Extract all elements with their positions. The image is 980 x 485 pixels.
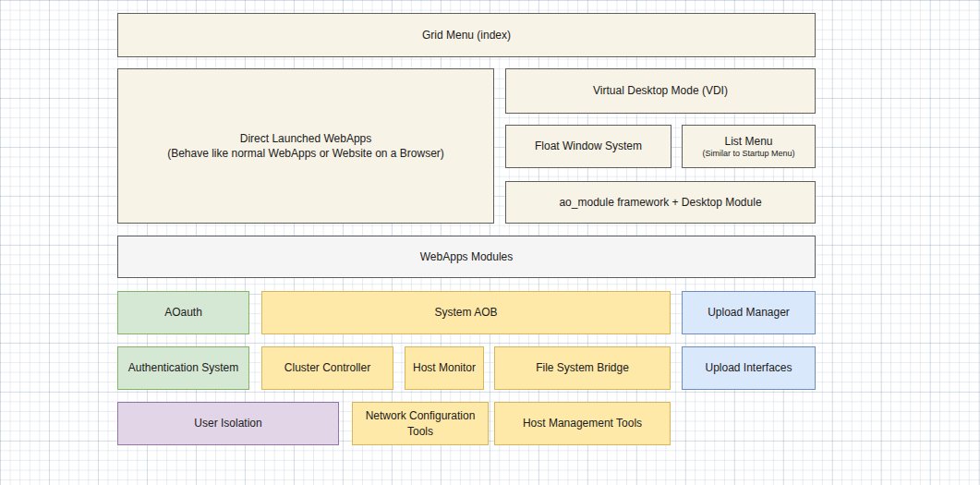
node-network-configuration-tools: Network Configuration Tools bbox=[352, 402, 489, 445]
node-webapps-modules-label: WebApps Modules bbox=[420, 249, 514, 264]
node-ao-module-framework-label: ao_module framework + Desktop Module bbox=[559, 195, 761, 210]
node-upload-manager: Upload Manager bbox=[682, 291, 816, 334]
node-cluster-controller: Cluster Controller bbox=[261, 346, 393, 390]
node-list-menu-subtitle: (Similar to Startup Menu) bbox=[702, 149, 794, 159]
node-upload-interfaces-label: Upload Interfaces bbox=[705, 360, 792, 375]
node-ao-module-framework: ao_module framework + Desktop Module bbox=[505, 181, 816, 224]
node-aoauth-label: AOauth bbox=[164, 305, 202, 320]
node-user-isolation-label: User Isolation bbox=[194, 416, 261, 430]
node-authentication-system: Authentication System bbox=[117, 346, 249, 390]
node-webapps-modules: WebApps Modules bbox=[117, 236, 816, 278]
node-system-aob-label: System AOB bbox=[434, 305, 497, 320]
node-float-window-system-label: Float Window System bbox=[535, 139, 642, 153]
node-host-monitor-label: Host Monitor bbox=[413, 360, 476, 375]
node-direct-launched-webapps: Direct Launched WebApps (Behave like nor… bbox=[117, 68, 494, 224]
node-list-menu: List Menu (Similar to Startup Menu) bbox=[682, 125, 816, 168]
node-host-management-tools-label: Host Management Tools bbox=[523, 416, 642, 430]
node-grid-menu: Grid Menu (index) bbox=[117, 13, 816, 57]
node-file-system-bridge-label: File System Bridge bbox=[536, 360, 629, 375]
node-file-system-bridge: File System Bridge bbox=[494, 346, 671, 390]
node-aoauth: AOauth bbox=[117, 291, 249, 334]
node-float-window-system: Float Window System bbox=[505, 125, 671, 168]
node-direct-launched-webapps-line2: (Behave like normal WebApps or Website o… bbox=[167, 146, 444, 161]
node-grid-menu-label: Grid Menu (index) bbox=[422, 28, 511, 42]
node-virtual-desktop-mode-label: Virtual Desktop Mode (VDI) bbox=[593, 83, 728, 98]
node-authentication-system-label: Authentication System bbox=[128, 360, 238, 375]
node-upload-manager-label: Upload Manager bbox=[708, 305, 790, 320]
diagram-canvas: Grid Menu (index) Direct Launched WebApp… bbox=[0, 0, 980, 485]
node-list-menu-title: List Menu bbox=[724, 134, 772, 149]
node-network-configuration-tools-label: Network Configuration Tools bbox=[358, 408, 482, 438]
node-cluster-controller-label: Cluster Controller bbox=[284, 360, 370, 375]
node-direct-launched-webapps-line1: Direct Launched WebApps bbox=[240, 131, 372, 146]
node-host-management-tools: Host Management Tools bbox=[494, 402, 671, 445]
node-virtual-desktop-mode: Virtual Desktop Mode (VDI) bbox=[505, 68, 816, 114]
node-user-isolation: User Isolation bbox=[117, 402, 339, 445]
node-system-aob: System AOB bbox=[261, 291, 671, 334]
node-upload-interfaces: Upload Interfaces bbox=[682, 346, 816, 390]
node-host-monitor: Host Monitor bbox=[405, 346, 484, 390]
